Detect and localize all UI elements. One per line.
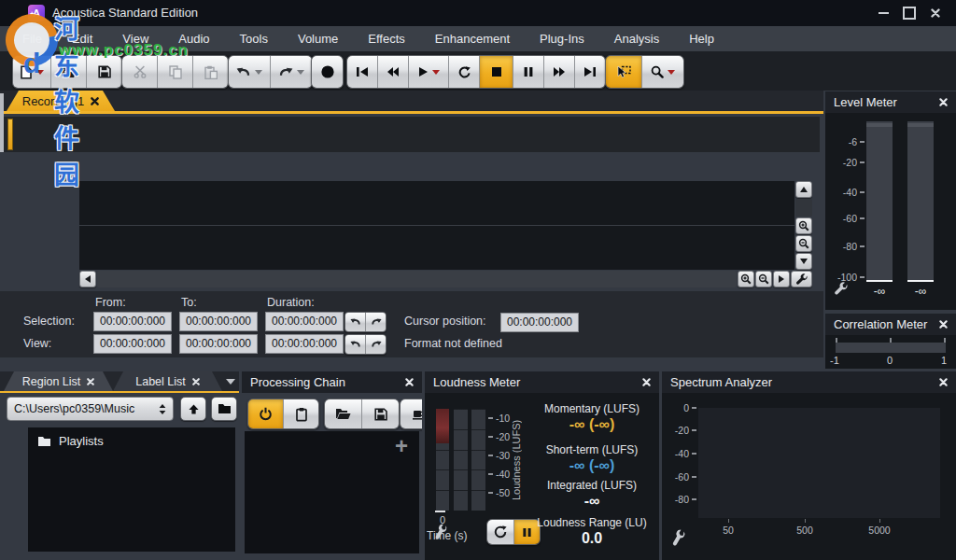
folder-up-button[interactable] xyxy=(180,397,206,421)
zoom-tool-button[interactable] xyxy=(641,56,683,88)
close-button[interactable] xyxy=(928,6,943,21)
rewind-button[interactable] xyxy=(377,56,408,88)
cursor-position-field[interactable]: 00:00:00:000 xyxy=(500,313,579,332)
chain-save-button[interactable] xyxy=(361,399,399,428)
redo-button[interactable] xyxy=(270,56,312,88)
waveform-overview[interactable] xyxy=(4,117,820,152)
fast-forward-button[interactable] xyxy=(543,56,574,88)
panel-title: Loudness Meter xyxy=(433,375,520,389)
panel-close-icon[interactable] xyxy=(939,320,948,329)
selection-tool-button[interactable] xyxy=(606,56,641,88)
path-combobox[interactable]: C:\Users\pc0359\Music xyxy=(7,397,174,421)
playback-cursor-marker[interactable] xyxy=(7,119,13,150)
new-file-button[interactable] xyxy=(13,56,50,88)
minimize-icon xyxy=(879,12,889,14)
menu-item-view[interactable]: View xyxy=(107,26,163,51)
wave-hscroll-right-button[interactable] xyxy=(773,271,790,287)
spinner-icon[interactable] xyxy=(159,403,166,415)
wave-hscroll-track[interactable] xyxy=(97,271,737,287)
view-duration-field[interactable]: 00:00:00:000 xyxy=(265,334,344,354)
level-meter-header: Level Meter xyxy=(825,91,956,113)
menu-item-volume[interactable]: Volume xyxy=(283,26,353,51)
wave-settings-button[interactable] xyxy=(791,271,812,287)
wave-zoom-in-button[interactable] xyxy=(738,271,754,287)
menu-item-file[interactable]: File xyxy=(7,26,57,51)
zoom-dropdown-arrow[interactable] xyxy=(668,70,675,75)
selection-redo-button[interactable] xyxy=(365,313,386,331)
chain-file-group xyxy=(324,399,400,429)
skip-to-start-button[interactable] xyxy=(347,56,377,88)
spectrum-y-tick: -40 xyxy=(666,448,696,459)
menu-item-tools[interactable]: Tools xyxy=(225,26,283,51)
menu-item-audio[interactable]: Audio xyxy=(163,26,224,51)
chevron-down-icon[interactable] xyxy=(226,379,235,385)
stop-button[interactable] xyxy=(479,56,513,88)
level-meter-settings-wrench-icon[interactable] xyxy=(834,282,848,296)
loudness-reset-button[interactable] xyxy=(487,520,513,544)
view-redo-button[interactable] xyxy=(365,335,386,354)
menu-item-plugins[interactable]: Plug-Ins xyxy=(525,26,599,51)
panel-close-icon[interactable] xyxy=(642,378,651,386)
tab-region-list[interactable]: Region List xyxy=(4,371,113,391)
pause-button[interactable] xyxy=(513,56,543,88)
record-button[interactable] xyxy=(312,56,343,88)
chain-paste-button[interactable] xyxy=(283,399,318,428)
wave-hscroll-left-button[interactable] xyxy=(79,271,96,287)
level-tick: -60 xyxy=(827,213,865,224)
list-item-playlists[interactable]: Playlists xyxy=(28,427,235,455)
cut-button[interactable] xyxy=(122,56,157,88)
spectrum-x-tick-mark xyxy=(805,519,806,523)
view-from-field[interactable]: 00:00:00:000 xyxy=(93,334,172,354)
wave-zoom-out-vertical-button[interactable] xyxy=(795,235,812,252)
record-icon xyxy=(320,64,335,79)
app-icon: A★ xyxy=(28,5,45,21)
menu-item-effects[interactable]: Effects xyxy=(353,26,420,51)
new-file-dropdown-arrow[interactable] xyxy=(36,70,44,75)
skip-to-end-button[interactable] xyxy=(574,56,605,88)
wave-vscroll-down-button[interactable] xyxy=(795,253,812,270)
minimize-button[interactable] xyxy=(876,6,891,21)
wave-zoom-in-vertical-button[interactable] xyxy=(795,217,812,234)
redo-dropdown-arrow[interactable] xyxy=(297,70,304,75)
copy-button[interactable] xyxy=(157,56,192,88)
selection-undo-redo-group xyxy=(344,312,387,332)
loop-button[interactable] xyxy=(448,56,479,88)
menu-item-analysis[interactable]: Analysis xyxy=(599,26,674,51)
selection-duration-field[interactable]: 00:00:00:000 xyxy=(265,312,344,331)
browse-folder-button[interactable] xyxy=(211,397,237,421)
waveform-editor[interactable] xyxy=(79,181,794,270)
selection-to-field[interactable]: 00:00:00:000 xyxy=(179,312,258,331)
tab-recording1[interactable]: Recording1 xyxy=(7,91,115,111)
chain-power-button[interactable] xyxy=(248,399,283,428)
tab-close-icon[interactable] xyxy=(192,378,200,385)
undo-button[interactable] xyxy=(229,56,270,88)
tab-close-icon[interactable] xyxy=(87,378,94,385)
chain-open-button[interactable] xyxy=(325,399,361,428)
panel-close-icon[interactable] xyxy=(939,98,948,106)
selection-undo-button[interactable] xyxy=(345,313,365,331)
undo-dropdown-arrow[interactable] xyxy=(255,70,262,75)
wave-vscroll-track[interactable] xyxy=(795,199,812,217)
view-undo-button[interactable] xyxy=(345,335,365,354)
play-button[interactable] xyxy=(408,56,448,88)
view-to-field[interactable]: 00:00:00:000 xyxy=(179,334,258,354)
chain-add-button[interactable]: + xyxy=(395,433,408,459)
spectrum-settings-wrench-icon[interactable] xyxy=(668,528,688,548)
maximize-button[interactable] xyxy=(902,6,917,21)
selection-from-field[interactable]: 00:00:00:000 xyxy=(93,312,172,331)
menu-item-enhancement[interactable]: Enhancement xyxy=(420,26,525,51)
save-button[interactable] xyxy=(86,56,121,88)
wave-zoom-out-button[interactable] xyxy=(755,271,772,287)
panel-close-icon[interactable] xyxy=(405,378,414,386)
tab-label-list[interactable]: Label List xyxy=(113,371,222,391)
wave-vscroll-up-button[interactable] xyxy=(795,181,812,198)
chain-analyze-button[interactable]: A xyxy=(401,399,422,428)
tab-close-icon[interactable] xyxy=(91,97,99,105)
menu-item-edit[interactable]: Edit xyxy=(57,26,107,51)
tab-accent-line xyxy=(0,111,823,114)
paste-button[interactable] xyxy=(192,56,228,88)
play-dropdown-arrow[interactable] xyxy=(432,70,440,75)
panel-close-icon[interactable] xyxy=(939,378,948,386)
menu-item-help[interactable]: Help xyxy=(674,26,729,51)
open-button[interactable] xyxy=(50,56,86,88)
